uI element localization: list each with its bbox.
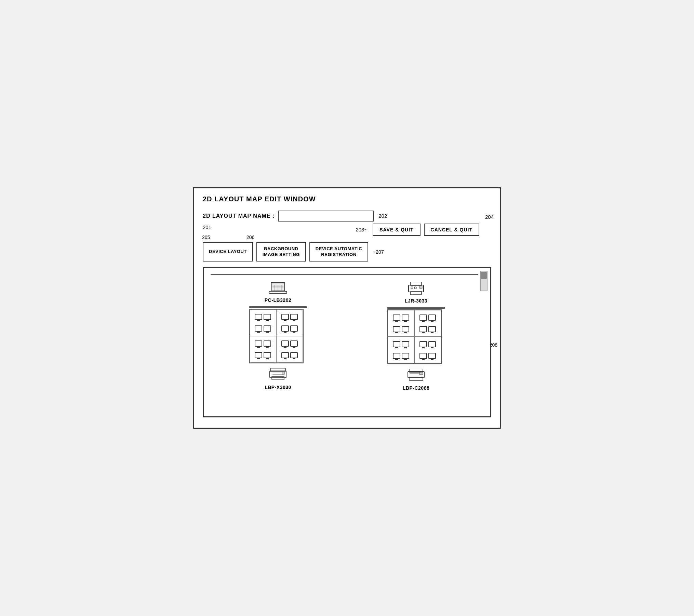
ljr-3033-label: LJR-3033 <box>405 298 427 304</box>
monitor-icon <box>393 353 400 359</box>
ref-204: 204 <box>485 214 494 220</box>
desk-cell-bl <box>250 336 276 363</box>
monitor-icon <box>255 314 262 320</box>
save-quit-button[interactable]: SAVE & QUIT <box>373 224 420 236</box>
monitor-icon <box>290 325 298 332</box>
ref-203: 203~ <box>356 227 367 232</box>
desk-cell-tl <box>388 310 414 337</box>
monitor-icon <box>281 325 289 332</box>
monitor-icon <box>281 340 289 347</box>
monitor-icon <box>255 352 262 358</box>
ljr-3033-icon <box>407 282 425 296</box>
svg-point-20 <box>411 287 413 289</box>
ref-201: 201 <box>203 224 211 230</box>
desk-cell-br <box>276 336 303 363</box>
monitor-icon <box>402 326 409 332</box>
lbp-x3030-icon <box>269 368 287 382</box>
map-name-input[interactable] <box>278 211 374 222</box>
desk-right <box>387 309 442 364</box>
desk-cell-tr <box>276 309 303 336</box>
tab-device-layout[interactable]: DEVICE LAYOUT <box>203 242 253 262</box>
monitor-icon <box>264 352 271 358</box>
map-name-row: 2D LAYOUT MAP NAME : 202 <box>203 211 491 222</box>
buttons-row: 203~ SAVE & QUIT CANCEL & QUIT <box>203 224 491 236</box>
monitor-icon <box>428 341 436 347</box>
device-group-right: LJR-3033 <box>387 282 445 391</box>
svg-point-21 <box>414 287 416 289</box>
desk-cell-br <box>414 337 441 363</box>
monitor-icon <box>264 340 271 347</box>
monitor-icon <box>428 314 436 321</box>
monitor-icon <box>428 353 436 359</box>
svg-rect-19 <box>419 286 422 289</box>
monitor-icon <box>393 326 400 332</box>
tab-device-auto-reg[interactable]: DEVICE AUTOMATICREGISTRATION <box>309 242 368 262</box>
ref-202: 202 <box>378 213 387 219</box>
monitor-icon <box>281 352 289 358</box>
monitor-icon <box>264 314 271 320</box>
monitor-icon <box>290 352 298 358</box>
monitor-icon <box>402 353 409 359</box>
map-name-label: 2D LAYOUT MAP NAME : <box>203 213 275 219</box>
scrollbar-thumb <box>481 272 487 279</box>
main-window: 2D LAYOUT MAP EDIT WINDOW 2D LAYOUT MAP … <box>193 187 501 429</box>
desk-left <box>249 309 304 363</box>
monitor-icon <box>281 314 289 320</box>
monitor-icon <box>428 326 436 332</box>
monitor-icon <box>290 340 298 347</box>
canvas-area: PC-LB3202 <box>203 267 491 417</box>
monitor-icon <box>255 325 262 332</box>
cancel-quit-button[interactable]: CANCEL & QUIT <box>424 224 479 236</box>
horizontal-divider <box>211 274 478 275</box>
tab-background-image[interactable]: BACKGROUNDIMAGE SETTING <box>256 242 306 262</box>
monitor-icon <box>264 325 271 332</box>
ref-206: 206 <box>246 235 254 240</box>
window-title: 2D LAYOUT MAP EDIT WINDOW <box>203 195 491 203</box>
desk-cell-tl <box>250 309 276 336</box>
monitor-icon <box>402 341 409 347</box>
desk-cell-tr <box>414 310 441 337</box>
svg-rect-27 <box>419 372 423 375</box>
tabs-row: DEVICE LAYOUT BACKGROUNDIMAGE SETTING DE… <box>203 242 491 262</box>
monitor-icon <box>419 326 427 332</box>
monitor-icon <box>290 314 298 320</box>
pc-lb3202-label: PC-LB3202 <box>265 297 291 303</box>
layout-content: PC-LB3202 <box>207 282 487 391</box>
pc-lb3202-icon <box>269 282 287 295</box>
ref-207: ~207 <box>373 249 384 255</box>
monitor-icon <box>419 314 427 321</box>
monitor-icon <box>255 340 262 347</box>
ref-205: 205 <box>202 235 210 240</box>
desk-cell-bl <box>388 337 414 363</box>
monitor-icon <box>393 314 400 321</box>
monitor-icon <box>419 353 427 359</box>
lbp-c2088-icon <box>407 369 425 383</box>
svg-rect-15 <box>282 372 285 374</box>
monitor-icon <box>402 314 409 321</box>
monitor-icon <box>393 341 400 347</box>
lbp-c2088-label: LBP-C2088 <box>403 385 429 391</box>
scrollbar[interactable] <box>480 271 488 291</box>
monitor-icon <box>419 341 427 347</box>
device-group-left: PC-LB3202 <box>249 282 307 390</box>
lbp-x3030-label: LBP-X3030 <box>265 385 291 390</box>
